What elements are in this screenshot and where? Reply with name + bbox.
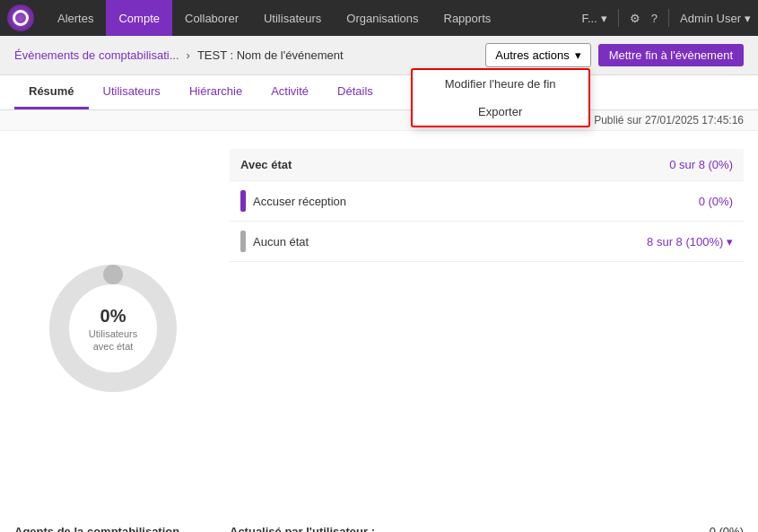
- breadcrumb-actions: Autres actions ▾ Modifier l'heure de fin…: [485, 43, 744, 67]
- nav-item-organisations[interactable]: Organisations: [334, 0, 431, 36]
- nav-item-alertes[interactable]: Alertes: [45, 0, 106, 36]
- nav-item-utilisateurs[interactable]: Utilisateurs: [251, 0, 334, 36]
- main-content: 0% Utilisateurs avec état Avec état 0 su…: [0, 131, 758, 525]
- breadcrumb: Évènements de comptabilisati... › TEST :…: [14, 48, 344, 62]
- accuser-color-bar: [240, 190, 246, 212]
- breadcrumb-separator: ›: [187, 48, 190, 62]
- tenant-chevron-icon: ▾: [601, 12, 607, 25]
- stat-row-avec-etat: Avec état 0 sur 8 (0%): [230, 149, 744, 181]
- dropdown-menu: Modifier l'heure de fin Exporter: [411, 68, 590, 127]
- stats-section: Avec état 0 sur 8 (0%) Accuser réception…: [230, 149, 744, 507]
- stat-accuser-label: Accuser réception: [240, 190, 346, 212]
- tab-hierarchie[interactable]: Hiérarchie: [175, 75, 257, 109]
- top-nav: Alertes Compte Collaborer Utilisateurs O…: [0, 0, 758, 36]
- stat-accuser-value: 0 (0%): [699, 195, 733, 208]
- tab-resume[interactable]: Résumé: [14, 75, 89, 109]
- help-button[interactable]: ?: [651, 12, 658, 25]
- app-logo: [7, 4, 34, 31]
- aucun-color-bar: [240, 231, 246, 252]
- autres-actions-label: Autres actions: [495, 48, 569, 62]
- help-icon: ?: [651, 12, 658, 25]
- donut-text: Utilisateurs avec état: [77, 327, 149, 353]
- breadcrumb-current: TEST : Nom de l'événement: [197, 48, 344, 62]
- autres-chevron-icon: ▾: [575, 48, 581, 62]
- aucun-value-text: 8 sur 8 (100%): [647, 235, 723, 249]
- nav-item-rapports[interactable]: Rapports: [431, 0, 504, 36]
- gear-icon: ⚙: [630, 12, 640, 25]
- bottom-section: Agents de la comptabilisation ciblés Tot…: [0, 525, 758, 532]
- mettre-fin-button[interactable]: Mettre fin à l'évènement: [598, 44, 744, 66]
- tenant-label: F...: [582, 12, 597, 25]
- donut-chart: 0% Utilisateurs avec état: [41, 257, 185, 400]
- donut-percentage: 0%: [77, 303, 149, 327]
- aucun-chevron-icon[interactable]: ▾: [727, 235, 733, 249]
- nav-item-compte[interactable]: Compte: [106, 0, 172, 36]
- accuser-label-text: Accuser réception: [253, 195, 346, 208]
- breadcrumb-parent[interactable]: Évènements de comptabilisati...: [14, 48, 179, 62]
- nav-divider-1: [618, 9, 619, 27]
- tenant-selector[interactable]: F... ▾: [582, 12, 607, 25]
- publie-info: Publié sur 27/01/2025 17:45:16: [594, 114, 744, 126]
- actualise-user-row: Actualisé par l'utilisateur : 0 (0%): [230, 525, 744, 532]
- tab-details[interactable]: Détails: [323, 75, 388, 109]
- nav-items: Alertes Compte Collaborer Utilisateurs O…: [45, 0, 582, 36]
- autres-actions-button[interactable]: Autres actions ▾ Modifier l'heure de fin…: [485, 43, 590, 67]
- settings-button[interactable]: ⚙: [630, 12, 640, 25]
- actualise-user-label: Actualisé par l'utilisateur :: [230, 525, 375, 532]
- tab-activite[interactable]: Activité: [257, 75, 323, 109]
- tab-utilisateurs[interactable]: Utilisateurs: [89, 75, 175, 109]
- nav-item-collaborer[interactable]: Collaborer: [172, 0, 251, 36]
- stat-row-accuser: Accuser réception 0 (0%): [230, 181, 744, 222]
- dropdown-item-exporter[interactable]: Exporter: [413, 98, 588, 126]
- aucun-label-text: Aucun état: [253, 235, 309, 249]
- user-label: Admin User: [680, 12, 741, 25]
- user-menu[interactable]: Admin User ▾: [680, 12, 751, 25]
- stat-avec-etat-value: 0 sur 8 (0%): [669, 158, 733, 171]
- donut-label: 0% Utilisateurs avec état: [77, 303, 149, 353]
- info-bar: Se termine à: 29/01/2025 17:03:51 Publié…: [0, 110, 758, 131]
- breadcrumb-bar: Évènements de comptabilisati... › TEST :…: [0, 36, 758, 75]
- dropdown-item-modifier[interactable]: Modifier l'heure de fin: [413, 70, 588, 98]
- bottom-left: Agents de la comptabilisation ciblés Tot…: [14, 525, 212, 532]
- actualise-user-value: 0 (0%): [710, 525, 744, 532]
- tabs-bar: Résumé Utilisateurs Hiérarchie Activité …: [0, 75, 758, 110]
- stat-avec-etat-label: Avec état: [240, 158, 292, 171]
- bottom-right: Actualisé par l'utilisateur : 0 (0%) Act…: [230, 525, 744, 532]
- stat-aucun-label: Aucun état: [240, 231, 309, 252]
- nav-divider-2: [668, 9, 669, 27]
- stat-aucun-value: 8 sur 8 (100%) ▾: [647, 235, 733, 249]
- user-chevron-icon: ▾: [745, 12, 751, 25]
- stat-row-aucun: Aucun état 8 sur 8 (100%) ▾: [230, 222, 744, 262]
- donut-section: 0% Utilisateurs avec état: [14, 149, 212, 507]
- bottom-left-title: Agents de la comptabilisation ciblés: [14, 525, 212, 532]
- logo-inner: [13, 10, 29, 26]
- nav-right: F... ▾ ⚙ ? Admin User ▾: [582, 9, 752, 27]
